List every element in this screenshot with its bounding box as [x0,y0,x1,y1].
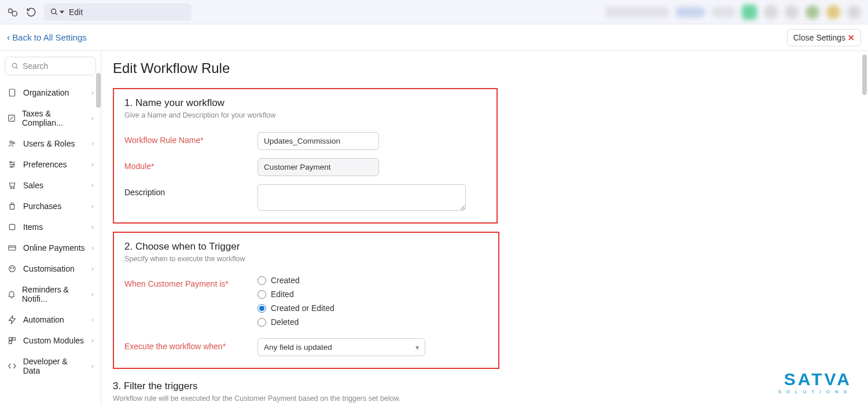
global-search[interactable] [44,3,192,21]
sidebar-item-developer[interactable]: Developer & Data › [3,351,97,381]
execute-when-value: Any field is updated [264,343,332,352]
radio-created-or-edited-label: Created or Edited [271,303,334,313]
workflow-name-input[interactable] [258,132,379,150]
sidebar-item-label: Developer & Data [23,357,86,375]
close-settings-button[interactable]: Close Settings ✕ [787,29,861,46]
sidebar-item-reminders[interactable]: Reminders & Notifi... › [3,279,97,309]
workflow-name-label: Workflow Rule Name* [124,132,258,145]
main-scrollbar[interactable] [862,54,867,95]
sidebar-item-label: Purchases [23,202,61,211]
global-search-input[interactable] [69,8,186,17]
paint-icon [7,264,17,273]
sidebar-item-label: Customisation [23,264,75,273]
sidebar-item-custom-modules[interactable]: Custom Modules › [3,330,97,351]
module-label: Module* [124,158,258,171]
svg-rect-31 [9,341,12,344]
svg-line-11 [10,116,13,119]
close-icon: ✕ [848,33,855,42]
svg-point-18 [13,164,14,166]
chevron-right-icon: › [91,265,94,273]
execute-when-label: Execute the workflow when* [124,338,258,351]
when-label: When Customer Payment is* [124,276,258,288]
bag-icon [7,202,17,211]
svg-rect-30 [13,338,16,341]
chevron-right-icon: › [91,316,94,324]
description-textarea[interactable] [258,184,466,211]
radio-edited-input[interactable] [258,290,266,299]
settings-sidebar: Search Organization › Taxes & Complian..… [0,51,101,406]
cart-icon [7,181,17,190]
card-icon [7,243,17,253]
svg-line-3 [56,13,57,15]
svg-point-5 [12,63,17,68]
box-icon [7,222,17,232]
radio-deleted-input[interactable] [258,318,266,327]
radio-created-label: Created [271,276,300,285]
svg-point-19 [10,166,12,168]
chevron-right-icon: › [91,181,94,189]
radio-deleted[interactable]: Deleted [258,317,334,327]
sidebar-item-organization[interactable]: Organization › [3,82,97,103]
main-content: Edit Workflow Rule 1. Name your workflow… [101,51,868,406]
svg-rect-23 [9,246,16,250]
sidebar-item-label: Custom Modules [23,336,84,345]
code-icon [7,361,17,371]
section3-subtitle: Workflow rule will be executed for the C… [113,394,856,403]
radio-edited[interactable]: Edited [258,290,334,299]
watermark-small: SOLUTIONS [778,389,852,394]
sidebar-item-sales[interactable]: Sales › [3,175,97,196]
close-settings-label: Close Settings [793,33,845,42]
radio-created-input[interactable] [258,276,266,285]
radio-created-or-edited[interactable]: Created or Edited [258,303,334,313]
sidebar-item-preferences[interactable]: Preferences › [3,154,97,175]
section2-subtitle: Specify when to execute the workflow [124,255,488,263]
radio-deleted-label: Deleted [271,317,299,327]
section1-subtitle: Give a Name and Description for your wor… [124,111,486,119]
watermark-big: SATVA [778,370,852,389]
description-label: Description [124,184,258,197]
section1-title: 1. Name your workflow [124,97,486,109]
sidebar-item-purchases[interactable]: Purchases › [3,196,97,217]
sidebar-search-placeholder: Search [23,61,48,71]
execute-when-select[interactable]: Any field is updated ▾ [258,338,425,356]
sidebar-item-users[interactable]: Users & Roles › [3,133,97,154]
chevron-right-icon: › [91,223,94,231]
watermark: SATVA SOLUTIONS [778,370,852,394]
chevron-right-icon: › [91,244,94,252]
users-icon [7,139,17,148]
svg-rect-22 [9,224,14,229]
sidebar-item-label: Sales [23,181,43,190]
radio-created[interactable]: Created [258,276,334,285]
module-input[interactable] [258,158,379,176]
top-bar [0,0,868,24]
sliders-icon [7,160,17,169]
sidebar-item-online-payments[interactable]: Online Payments › [3,237,97,258]
chevron-left-icon: ‹ [7,32,10,43]
section2-title: 2. Choose when to Trigger [124,241,488,253]
app-logo-icon[interactable] [7,6,19,18]
sidebar-search[interactable]: Search [5,57,96,75]
svg-point-25 [9,266,16,272]
sidebar-item-label: Organization [23,88,69,97]
sidebar-item-taxes[interactable]: Taxes & Complian... › [3,103,97,133]
svg-rect-29 [9,338,12,341]
sidebar-item-items[interactable]: Items › [3,217,97,237]
sidebar-item-automation[interactable]: Automation › [3,309,97,330]
section-name-workflow: 1. Name your workflow Give a Name and De… [113,88,498,224]
refresh-icon[interactable] [25,6,37,18]
page-title: Edit Workflow Rule [113,60,856,76]
chevron-right-icon: › [91,362,94,370]
percent-icon [7,114,16,123]
search-icon [50,8,64,16]
radio-created-or-edited-input[interactable] [258,304,266,313]
zap-icon [7,315,17,324]
chevron-right-icon: › [91,160,94,169]
sidebar-item-customisation[interactable]: Customisation › [3,258,97,279]
section-trigger: 2. Choose when to Trigger Specify when t… [113,232,499,369]
svg-point-21 [13,188,14,189]
module-icon [7,336,17,345]
sidebar-item-label: Online Payments [23,243,85,253]
svg-line-6 [16,67,18,69]
sub-bar: ‹ Back to All Settings Close Settings ✕ [0,24,868,51]
back-to-all-settings-link[interactable]: ‹ Back to All Settings [7,32,87,43]
